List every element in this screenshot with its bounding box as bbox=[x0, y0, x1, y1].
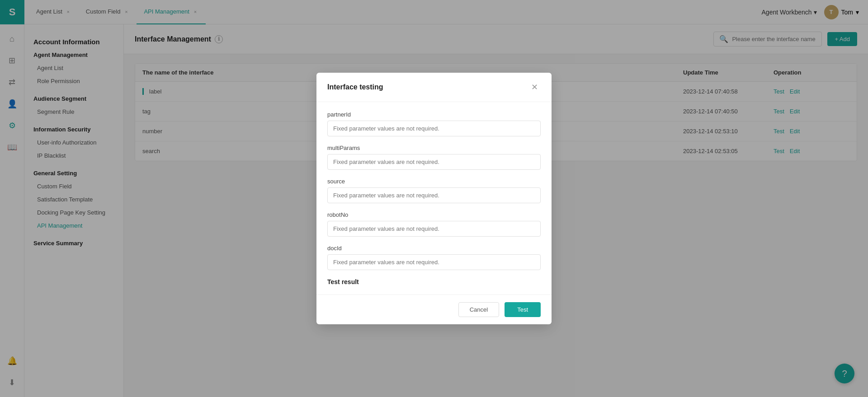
form-field-source: source bbox=[327, 178, 541, 203]
form-field-partnerId: partnerId bbox=[327, 111, 541, 136]
modal-header: Interface testing ✕ bbox=[316, 73, 552, 102]
test-result-label: Test result bbox=[327, 278, 541, 285]
modal-overlay[interactable]: Interface testing ✕ partnerIdmultiParams… bbox=[0, 0, 868, 397]
field-label-partnerId: partnerId bbox=[327, 111, 541, 118]
field-input-multiParams[interactable] bbox=[327, 154, 541, 170]
modal-fields: partnerIdmultiParamssourcerobotNodocId bbox=[327, 111, 541, 270]
test-button[interactable]: Test bbox=[505, 302, 541, 317]
modal-body: partnerIdmultiParamssourcerobotNodocId T… bbox=[316, 102, 552, 294]
modal-close-button[interactable]: ✕ bbox=[528, 81, 541, 93]
form-field-multiParams: multiParams bbox=[327, 145, 541, 170]
field-label-robotNo: robotNo bbox=[327, 211, 541, 218]
field-label-docId: docId bbox=[327, 245, 541, 252]
field-label-source: source bbox=[327, 178, 541, 185]
modal-title: Interface testing bbox=[327, 83, 383, 91]
form-field-robotNo: robotNo bbox=[327, 211, 541, 237]
field-input-docId[interactable] bbox=[327, 254, 541, 270]
modal-interface-testing: Interface testing ✕ partnerIdmultiParams… bbox=[316, 73, 552, 324]
form-field-docId: docId bbox=[327, 245, 541, 270]
field-input-robotNo[interactable] bbox=[327, 221, 541, 237]
cancel-button[interactable]: Cancel bbox=[458, 302, 499, 317]
modal-footer: Cancel Test bbox=[316, 294, 552, 324]
field-label-multiParams: multiParams bbox=[327, 145, 541, 151]
field-input-partnerId[interactable] bbox=[327, 121, 541, 136]
field-input-source[interactable] bbox=[327, 187, 541, 203]
